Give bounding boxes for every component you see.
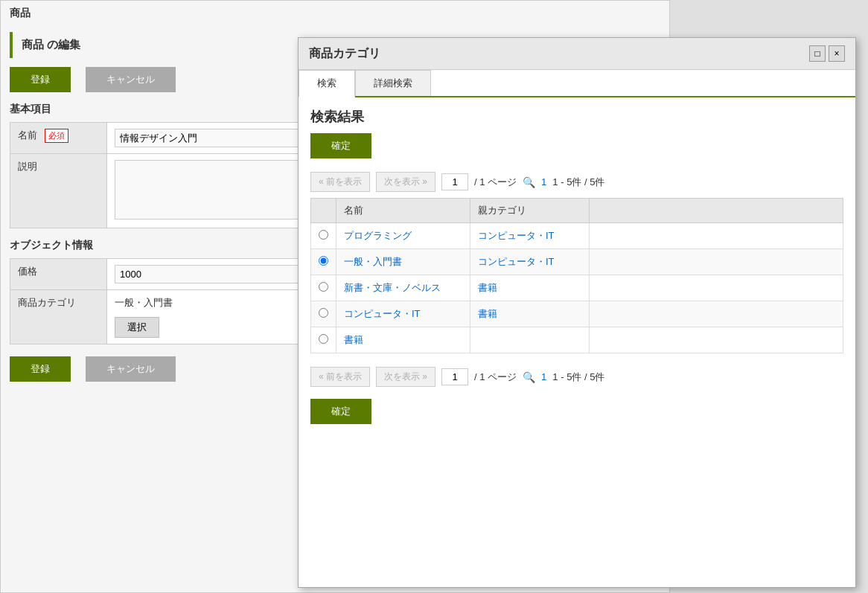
- category-label: 商品カテゴリ: [10, 290, 107, 344]
- search-icon-bottom[interactable]: 🔍: [523, 371, 535, 383]
- parent-category-cell: 書籍: [470, 275, 590, 301]
- category-radio[interactable]: [319, 230, 328, 240]
- category-radio[interactable]: [319, 256, 328, 266]
- tab-advanced-search[interactable]: 詳細検索: [355, 70, 431, 96]
- table-row: 新書・文庫・ノベルス書籍: [311, 275, 843, 301]
- results-count-bottom: 1 - 5件 / 5件: [552, 371, 604, 384]
- category-name-link[interactable]: コンピュータ・IT: [344, 308, 421, 319]
- prev-page-button-bottom[interactable]: « 前を表示: [310, 367, 370, 387]
- required-badge: 必須: [45, 129, 68, 143]
- register-button-bottom[interactable]: 登録: [10, 356, 71, 382]
- category-name-cell: プログラミング: [336, 223, 470, 249]
- category-name-cell: コンピュータ・IT: [336, 301, 470, 327]
- results-count-top: 1 - 5件 / 5件: [552, 176, 604, 189]
- parent-category-link[interactable]: 書籍: [478, 308, 497, 319]
- cancel-button-top[interactable]: キャンセル: [86, 67, 176, 92]
- extra-cell: [590, 301, 843, 327]
- extra-cell: [590, 223, 843, 249]
- th-extra: [590, 199, 843, 223]
- parent-category-link[interactable]: コンピュータ・IT: [478, 230, 555, 241]
- category-name-cell: 書籍: [336, 327, 470, 353]
- parent-category-cell: [470, 327, 590, 353]
- parent-category-cell: 書籍: [470, 301, 590, 327]
- search-results-title: 検索結果: [299, 97, 855, 133]
- modal-body: 検索 詳細検索 検索結果 確定 « 前を表示 次を表示 » / 1 ページ 🔍 …: [299, 70, 855, 587]
- next-page-button-top[interactable]: 次を表示 »: [376, 172, 435, 192]
- parent-category-cell: コンピュータ・IT: [470, 223, 590, 249]
- table-row: 書籍: [311, 327, 843, 353]
- modal-minimize-button[interactable]: □: [809, 45, 826, 62]
- category-name-link[interactable]: 新書・文庫・ノベルス: [344, 282, 441, 293]
- category-name-link[interactable]: 書籍: [344, 334, 363, 345]
- modal-close-button[interactable]: ×: [829, 45, 845, 62]
- table-row: プログラミングコンピュータ・IT: [311, 223, 843, 249]
- parent-category-link[interactable]: コンピュータ・IT: [478, 256, 555, 267]
- prev-page-button-top[interactable]: « 前を表示: [310, 172, 370, 192]
- confirm-button-bottom[interactable]: 確定: [310, 399, 371, 424]
- modal-tabs: 検索 詳細検索: [299, 70, 855, 97]
- category-name-link[interactable]: 一般・入門書: [344, 256, 402, 267]
- category-name-cell: 一般・入門書: [336, 249, 470, 275]
- register-button-top[interactable]: 登録: [10, 67, 71, 92]
- category-select-button[interactable]: 選択: [115, 317, 159, 338]
- radio-cell: [311, 223, 336, 249]
- pagination-bottom: « 前を表示 次を表示 » / 1 ページ 🔍 1 1 - 5件 / 5件: [299, 361, 855, 393]
- page-label-bottom: / 1 ページ: [474, 371, 517, 384]
- radio-cell: [311, 327, 336, 353]
- category-radio[interactable]: [319, 334, 328, 344]
- modal-dialog: 商品カテゴリ □ × 検索 詳細検索 検索結果 確定 « 前を表示 次を表示 »…: [298, 37, 856, 588]
- radio-cell: [311, 275, 336, 301]
- modal-controls: □ ×: [809, 45, 845, 62]
- page-title: 商品: [1, 1, 669, 26]
- th-name: 名前: [336, 199, 470, 223]
- page-link-top[interactable]: 1: [541, 176, 546, 187]
- next-page-button-bottom[interactable]: 次を表示 »: [376, 367, 435, 387]
- extra-cell: [590, 327, 843, 353]
- parent-category-cell: コンピュータ・IT: [470, 249, 590, 275]
- description-label: 説明: [10, 154, 107, 228]
- category-name-cell: 新書・文庫・ノベルス: [336, 275, 470, 301]
- radio-cell: [311, 249, 336, 275]
- modal-header: 商品カテゴリ □ ×: [299, 38, 855, 70]
- table-row: コンピュータ・IT書籍: [311, 301, 843, 327]
- confirm-button-top[interactable]: 確定: [310, 133, 371, 158]
- th-select: [311, 199, 336, 223]
- search-icon-top[interactable]: 🔍: [523, 176, 535, 188]
- extra-cell: [590, 249, 843, 275]
- parent-category-link[interactable]: 書籍: [478, 282, 497, 293]
- category-radio[interactable]: [319, 308, 328, 318]
- th-parent-category: 親カテゴリ: [470, 199, 590, 223]
- price-label: 価格: [10, 259, 107, 290]
- category-name-link[interactable]: プログラミング: [344, 230, 412, 241]
- tab-search[interactable]: 検索: [299, 70, 355, 97]
- modal-title: 商品カテゴリ: [309, 46, 380, 62]
- results-table: 名前 親カテゴリ プログラミングコンピュータ・IT一般・入門書コンピュータ・IT…: [310, 198, 843, 353]
- table-row: 一般・入門書コンピュータ・IT: [311, 249, 843, 275]
- page-link-bottom[interactable]: 1: [541, 371, 546, 382]
- page-label-top: / 1 ページ: [474, 176, 517, 189]
- page-input-bottom[interactable]: [441, 368, 468, 385]
- category-radio[interactable]: [319, 282, 328, 292]
- name-label: 名前 必須: [10, 123, 107, 154]
- pagination-top: « 前を表示 次を表示 » / 1 ページ 🔍 1 1 - 5件 / 5件: [299, 166, 855, 198]
- page-input-top[interactable]: [441, 173, 468, 190]
- radio-cell: [311, 301, 336, 327]
- extra-cell: [590, 275, 843, 301]
- cancel-button-bottom[interactable]: キャンセル: [86, 356, 176, 382]
- table-header-row: 名前 親カテゴリ: [311, 199, 843, 223]
